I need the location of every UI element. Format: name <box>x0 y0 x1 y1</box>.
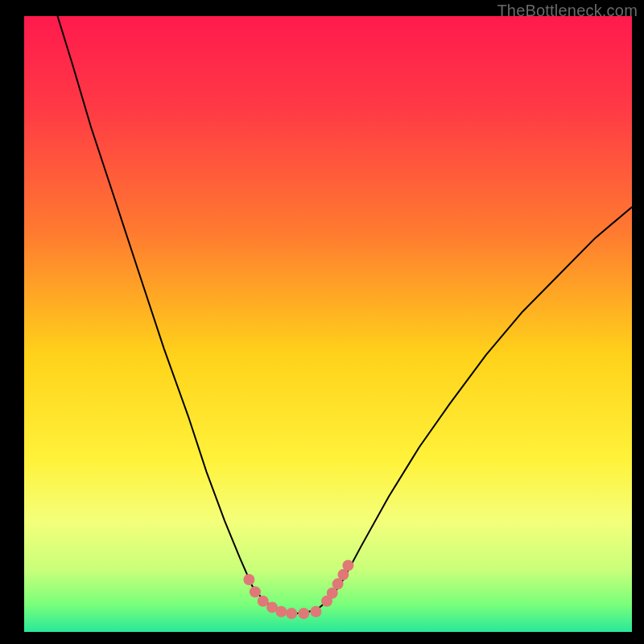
frame: TheBottleneck.com <box>0 0 644 644</box>
plot-area <box>24 16 632 632</box>
left-dotted-marker-dot <box>286 608 297 619</box>
left-dotted-marker-dot <box>275 606 287 617</box>
right-dotted-marker-dot <box>342 559 353 571</box>
chart-svg <box>24 16 632 632</box>
left-dotted-marker-dot <box>298 608 309 619</box>
left-dotted-marker-dot <box>250 586 261 597</box>
left-dotted-marker-dot <box>243 574 254 585</box>
left-dotted-marker-dot <box>310 606 321 617</box>
gradient-background <box>24 16 632 632</box>
